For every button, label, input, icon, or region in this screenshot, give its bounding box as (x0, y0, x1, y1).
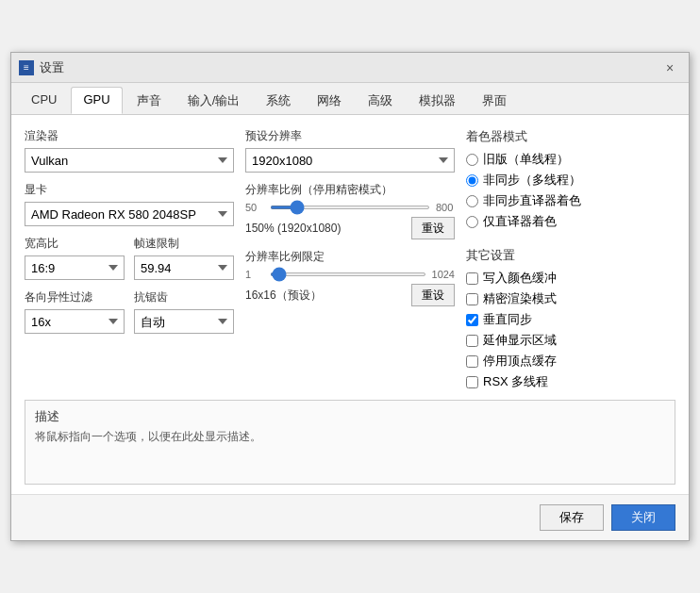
radio-async-translate[interactable]: 非同步直译器着色 (466, 192, 675, 209)
scale-min-label: 50 (245, 202, 264, 213)
aspect-section: 宽高比 16:9 (25, 236, 125, 280)
renderer-select[interactable]: Vulkan (25, 148, 234, 173)
checkbox-rsx-multithread[interactable]: RSX 多线程 (466, 373, 675, 390)
close-window-button[interactable]: × (658, 58, 681, 78)
middle-column: 预设分辨率 1920x1080 分辨率比例（停用精密模式） 50 800 150… (245, 128, 455, 390)
filter-section: 各向异性过滤 16x (25, 289, 125, 334)
framelimit-label: 帧速限制 (134, 236, 234, 252)
checkbox-precise-render-input[interactable] (466, 293, 478, 305)
save-button[interactable]: 保存 (540, 504, 604, 531)
gpu-section: 显卡 AMD Radeon RX 580 2048SP (25, 182, 234, 226)
resolution-select[interactable]: 1920x1080 (245, 148, 455, 173)
checkbox-disable-vertex-cache-input[interactable] (466, 355, 478, 368)
limit-max-label: 1024 (432, 269, 455, 280)
right-column: 着色器模式 旧版（单线程） 非同步（多线程） 非同步直译器着色 (466, 128, 675, 390)
tab-cpu[interactable]: CPU (19, 87, 69, 114)
limit-slider-row: 1 1024 (245, 269, 455, 280)
radio-legacy-label: 旧版（单线程） (483, 151, 569, 168)
checkbox-vsync[interactable]: 垂直同步 (466, 311, 675, 328)
limit-slider[interactable] (270, 272, 426, 276)
scale-slider-row: 50 800 (245, 202, 455, 213)
radio-async-translate-input[interactable] (466, 195, 478, 207)
scale-label: 分辨率比例（停用精密模式） (245, 182, 455, 198)
gpu-label: 显卡 (25, 182, 234, 198)
framelimit-select[interactable]: 59.94 (134, 255, 234, 280)
description-area: 描述 将鼠标指向一个选项，以便在此处显示描述。 (25, 400, 675, 485)
checkbox-stretch-display[interactable]: 延伸显示区域 (466, 332, 675, 349)
checkbox-precise-render-label: 精密渲染模式 (483, 290, 557, 307)
antialias-label: 抗锯齿 (134, 289, 234, 305)
checkbox-write-color[interactable]: 写入颜色缓冲 (466, 270, 675, 287)
window-title: 设置 (40, 59, 64, 76)
checkbox-precise-render[interactable]: 精密渲染模式 (466, 290, 675, 307)
checkbox-write-color-input[interactable] (466, 272, 478, 285)
limit-label: 分辨率比例限定 (245, 249, 455, 265)
description-text: 将鼠标指向一个选项，以便在此处显示描述。 (35, 429, 665, 445)
checkbox-group: 写入颜色缓冲 精密渲染模式 垂直同步 延伸显示区域 (466, 270, 675, 390)
title-bar-left: ≡ 设置 (19, 59, 64, 76)
close-button[interactable]: 关闭 (611, 504, 675, 531)
scale-reset-button[interactable]: 重设 (411, 217, 455, 239)
settings-window: ≡ 设置 × CPU GPU 声音 输入/输出 系统 网络 高级 模拟器 界面 … (10, 52, 690, 541)
shader-mode-title: 着色器模式 (466, 128, 675, 145)
renderer-label: 渲染器 (25, 128, 234, 144)
shader-radio-group: 旧版（单线程） 非同步（多线程） 非同步直译器着色 仅直译器着色 (466, 151, 675, 230)
other-settings-section: 其它设置 写入颜色缓冲 精密渲染模式 垂直同步 (466, 247, 675, 390)
settings-grid: 渲染器 Vulkan 显卡 AMD Radeon RX 580 2048SP 宽… (25, 128, 675, 390)
checkbox-rsx-multithread-input[interactable] (466, 376, 478, 388)
filter-antialias-row: 各向异性过滤 16x 抗锯齿 自动 (25, 289, 234, 334)
radio-async-multi-label: 非同步（多线程） (483, 172, 581, 189)
framelimit-section: 帧速限制 59.94 (134, 236, 234, 280)
main-content: 渲染器 Vulkan 显卡 AMD Radeon RX 580 2048SP 宽… (11, 115, 689, 494)
description-title: 描述 (35, 408, 665, 425)
limit-value-text: 16x16（预设） (245, 288, 322, 304)
radio-legacy-input[interactable] (466, 154, 478, 166)
aspect-label: 宽高比 (25, 236, 125, 252)
antialias-select[interactable]: 自动 (134, 309, 234, 334)
resolution-label: 预设分辨率 (245, 128, 455, 144)
radio-async-translate-label: 非同步直译器着色 (483, 192, 581, 209)
checkbox-stretch-display-label: 延伸显示区域 (483, 332, 557, 349)
antialias-section: 抗锯齿 自动 (134, 289, 234, 334)
app-icon: ≡ (19, 60, 34, 75)
checkbox-write-color-label: 写入颜色缓冲 (483, 270, 557, 287)
limit-value-row: 16x16（预设） 重设 (245, 284, 455, 306)
gpu-select[interactable]: AMD Radeon RX 580 2048SP (25, 202, 234, 226)
renderer-section: 渲染器 Vulkan (25, 128, 234, 173)
checkbox-disable-vertex-cache-label: 停用顶点缓存 (483, 353, 557, 370)
radio-async-multi[interactable]: 非同步（多线程） (466, 172, 675, 189)
title-bar: ≡ 设置 × (11, 53, 689, 83)
tab-gpu[interactable]: GPU (71, 87, 122, 114)
checkbox-rsx-multithread-label: RSX 多线程 (483, 373, 548, 390)
left-column: 渲染器 Vulkan 显卡 AMD Radeon RX 580 2048SP 宽… (25, 128, 234, 390)
checkbox-vsync-input[interactable] (466, 314, 478, 326)
scale-max-label: 800 (436, 202, 455, 213)
aspect-select[interactable]: 16:9 (25, 255, 125, 280)
radio-translate-only[interactable]: 仅直译器着色 (466, 213, 675, 230)
limit-min-label: 1 (245, 269, 264, 280)
filter-label: 各向异性过滤 (25, 289, 125, 305)
radio-async-multi-input[interactable] (466, 174, 478, 187)
tabs-bar: CPU GPU 声音 输入/输出 系统 网络 高级 模拟器 界面 (11, 83, 689, 115)
tab-ui[interactable]: 界面 (470, 87, 519, 114)
tab-sound[interactable]: 声音 (125, 87, 174, 114)
limit-section: 分辨率比例限定 1 1024 16x16（预设） 重设 (245, 249, 455, 306)
scale-value-text: 150% (1920x1080) (245, 222, 341, 235)
filter-select[interactable]: 16x (25, 309, 125, 334)
checkbox-stretch-display-input[interactable] (466, 335, 478, 347)
radio-legacy[interactable]: 旧版（单线程） (466, 151, 675, 168)
scale-section: 分辨率比例（停用精密模式） 50 800 150% (1920x1080) 重设 (245, 182, 455, 239)
tab-emulator[interactable]: 模拟器 (407, 87, 468, 114)
radio-translate-only-label: 仅直译器着色 (483, 213, 557, 230)
scale-slider[interactable] (270, 206, 430, 209)
radio-translate-only-input[interactable] (466, 216, 478, 228)
tab-advanced[interactable]: 高级 (356, 87, 405, 114)
resolution-section: 预设分辨率 1920x1080 (245, 128, 455, 173)
tab-io[interactable]: 输入/输出 (175, 87, 253, 114)
limit-reset-button[interactable]: 重设 (411, 284, 455, 306)
shader-mode-section: 着色器模式 旧版（单线程） 非同步（多线程） 非同步直译器着色 (466, 128, 675, 239)
tab-system[interactable]: 系统 (254, 87, 303, 114)
footer-bar: 保存 关闭 (11, 494, 689, 540)
tab-network[interactable]: 网络 (305, 87, 354, 114)
checkbox-disable-vertex-cache[interactable]: 停用顶点缓存 (466, 353, 675, 370)
